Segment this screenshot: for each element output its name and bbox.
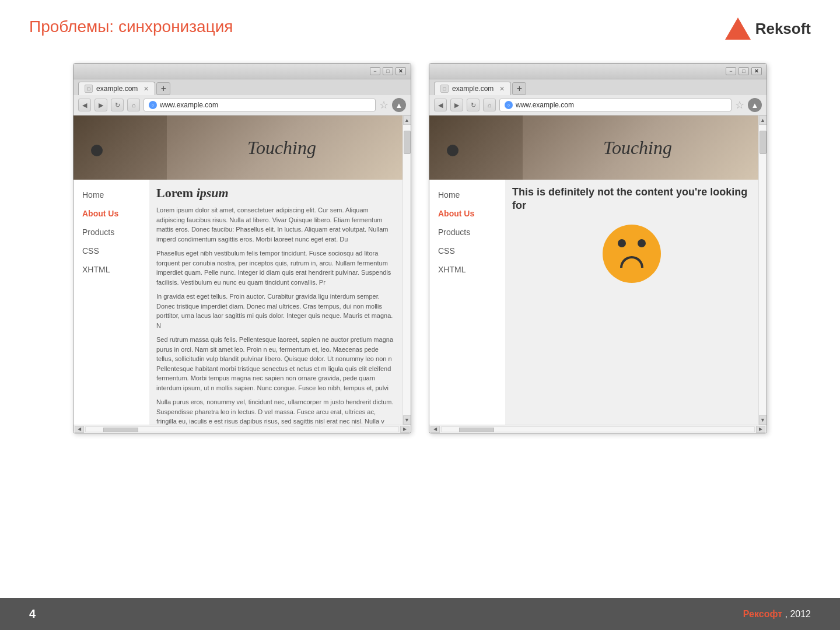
site-content-right: Touching Home About Us Products CSS XHTM… xyxy=(429,116,758,425)
page-title: Проблемы: синхронизация xyxy=(29,18,233,36)
sad-eye-right xyxy=(638,239,646,247)
nav-home-left[interactable]: Home xyxy=(74,186,149,204)
refresh-button-right[interactable]: ↻ xyxy=(467,99,480,111)
forward-button-right[interactable]: ▶ xyxy=(450,99,463,111)
banner-circle-left xyxy=(91,145,103,156)
minimize-button-left[interactable]: − xyxy=(370,67,380,75)
nav-about-left[interactable]: About Us xyxy=(74,204,149,223)
tab-close-left[interactable]: ✕ xyxy=(144,85,149,93)
scrollbar-down-right[interactable]: ▼ xyxy=(759,415,767,425)
logo-area: Reksoft xyxy=(725,18,811,40)
error-content-right: This is definitely not the content you'r… xyxy=(505,180,758,425)
tab-close-right[interactable]: ✕ xyxy=(499,85,505,93)
browser-tab-right[interactable]: □ example.com ✕ xyxy=(434,82,511,95)
sad-eyes xyxy=(618,239,646,247)
minimize-button-right[interactable]: − xyxy=(726,67,736,75)
banner-title-right: Touching xyxy=(603,137,672,159)
footer-brand-name: Рексофт xyxy=(743,609,782,619)
reksoft-triangle-icon xyxy=(725,18,751,40)
forward-button-left[interactable]: ▶ xyxy=(94,99,107,111)
scrollbar-track-left[interactable] xyxy=(403,125,411,415)
browser-tab-bar-right: □ example.com ✕ + xyxy=(429,79,766,95)
scrollbar-down-left[interactable]: ▼ xyxy=(403,415,411,425)
bookmark-button-right[interactable]: ☆ xyxy=(735,99,744,111)
error-heading-right: This is definitely not the content you'r… xyxy=(512,186,751,213)
back-button-right[interactable]: ◀ xyxy=(434,99,447,111)
site-nav-right: Home About Us Products CSS XHTML xyxy=(429,180,505,425)
close-button-left[interactable]: ✕ xyxy=(396,67,406,75)
browser-title-bar-right: − □ ✕ xyxy=(429,64,766,79)
nav-products-left[interactable]: Products xyxy=(74,223,149,242)
browser-title-bar-left: − □ ✕ xyxy=(74,64,411,79)
site-main-left: Home About Us Products CSS XHTML Lorem i… xyxy=(74,180,402,425)
content-heading-left: Lorem ipsum xyxy=(156,186,396,201)
scrollbar-up-right[interactable]: ▲ xyxy=(759,116,767,125)
tab-icon-left: □ xyxy=(85,85,93,93)
h-scroll-left-btn-left[interactable]: ◀ xyxy=(75,426,84,433)
h-scroll-right-btn-right[interactable]: ▶ xyxy=(756,426,765,433)
refresh-button-left[interactable]: ↻ xyxy=(111,99,124,111)
back-button-left[interactable]: ◀ xyxy=(78,99,91,111)
address-text-left: www.example.com xyxy=(160,101,218,109)
banner-circle-right xyxy=(447,145,459,156)
scrollbar-track-right[interactable] xyxy=(759,125,766,415)
site-page-content-left: Lorem ipsum Lorem ipsum dolor sit amet, … xyxy=(149,180,402,425)
address-text-right: www.example.com xyxy=(516,101,574,109)
new-tab-button-left[interactable]: + xyxy=(156,82,170,95)
home-button-right[interactable]: ⌂ xyxy=(483,99,496,111)
maximize-button-right[interactable]: □ xyxy=(738,67,749,75)
nav-xhtml-right[interactable]: XHTML xyxy=(429,260,505,279)
browser-address-bar-left: ◀ ▶ ↻ ⌂ ○ www.example.com ☆ ▲ xyxy=(74,95,411,116)
h-scroll-thumb-right[interactable] xyxy=(459,428,494,432)
nav-css-right[interactable]: CSS xyxy=(429,242,505,260)
scrollbar-thumb-right[interactable] xyxy=(760,131,766,154)
banner-decoration-right xyxy=(429,116,523,180)
browser-tab-left[interactable]: □ example.com ✕ xyxy=(78,82,155,95)
profile-button-right[interactable]: ▲ xyxy=(748,98,762,112)
address-input-right[interactable]: ○ www.example.com xyxy=(499,99,732,111)
banner-title-left: Touching xyxy=(247,137,316,159)
site-banner-left: Touching xyxy=(74,116,402,180)
site-nav-left: Home About Us Products CSS XHTML xyxy=(74,180,149,425)
browser-address-bar-right: ◀ ▶ ↻ ⌂ ○ www.example.com ☆ ▲ xyxy=(429,95,766,116)
browser-window-right: − □ ✕ □ example.com ✕ + ◀ ▶ ↻ ⌂ ○ www.ex… xyxy=(429,63,767,433)
close-button-right[interactable]: ✕ xyxy=(751,67,762,75)
h-scroll-left-btn-right[interactable]: ◀ xyxy=(430,426,440,433)
h-scroll-thumb-left[interactable] xyxy=(103,428,138,432)
profile-button-left[interactable]: ▲ xyxy=(392,98,406,112)
nav-css-left[interactable]: CSS xyxy=(74,242,149,260)
content-paragraph-1-left: Lorem ipsum dolor sit amet, consectetuer… xyxy=(156,205,396,244)
bookmark-button-left[interactable]: ☆ xyxy=(379,99,388,111)
scrollbar-up-left[interactable]: ▲ xyxy=(403,116,411,125)
logo-text: Reksoft xyxy=(755,20,811,38)
h-scroll-right-btn-left[interactable]: ▶ xyxy=(400,426,410,433)
tab-icon-right: □ xyxy=(440,85,449,93)
banner-decoration-left xyxy=(74,116,167,180)
scrollbar-thumb-left[interactable] xyxy=(404,131,411,154)
nav-products-right[interactable]: Products xyxy=(429,223,505,242)
address-globe-icon-right: ○ xyxy=(505,101,513,109)
site-content-left: Touching Home About Us Products CSS XHTM… xyxy=(74,116,402,425)
sad-eye-left xyxy=(618,239,626,247)
nav-about-right[interactable]: About Us xyxy=(429,204,505,223)
page-header: Проблемы: синхронизация Reksoft xyxy=(0,0,840,51)
h-scroll-track-left[interactable] xyxy=(85,426,399,432)
nav-home-right[interactable]: Home xyxy=(429,186,505,204)
footer-year: , 2012 xyxy=(785,609,811,619)
home-button-left[interactable]: ⌂ xyxy=(127,99,140,111)
browsers-container: − □ ✕ □ example.com ✕ + ◀ ▶ ↻ ⌂ ○ www.ex… xyxy=(0,51,840,445)
address-input-left[interactable]: ○ www.example.com xyxy=(144,99,376,111)
site-banner-right: Touching xyxy=(429,116,758,180)
footer-page-number: 4 xyxy=(29,607,36,621)
content-paragraph-5-left: Nulla purus eros, nonummy vel, tincidunt… xyxy=(156,397,396,425)
tab-label-right: example.com xyxy=(452,85,494,93)
footer-brand-area: Рексофт , 2012 xyxy=(743,609,811,620)
tab-label-left: example.com xyxy=(96,85,138,93)
nav-xhtml-left[interactable]: XHTML xyxy=(74,260,149,279)
scrollbar-left[interactable]: ▲ ▼ xyxy=(402,116,411,425)
scrollbar-right[interactable]: ▲ ▼ xyxy=(758,116,766,425)
h-scroll-track-right[interactable] xyxy=(441,426,755,432)
new-tab-button-right[interactable]: + xyxy=(512,82,526,95)
browser-window-left: − □ ✕ □ example.com ✕ + ◀ ▶ ↻ ⌂ ○ www.ex… xyxy=(73,63,411,433)
maximize-button-left[interactable]: □ xyxy=(383,67,393,75)
